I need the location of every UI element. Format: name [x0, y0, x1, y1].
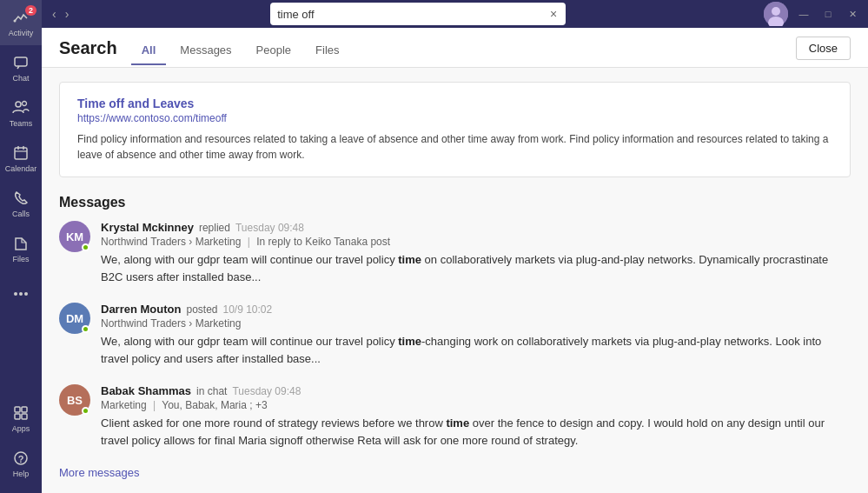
message-item: BS Babak Shammas in chat Tuesday 09:48 M…	[59, 384, 851, 449]
sidebar-item-more[interactable]	[0, 271, 42, 316]
sidebar-item-apps[interactable]: Apps	[0, 396, 42, 441]
message-body: Darren Mouton posted 10/9 10:02 Northwin…	[101, 303, 851, 367]
calls-icon	[12, 190, 30, 207]
message-text: We, along with our gdpr team will contin…	[101, 251, 851, 285]
maximize-button[interactable]: □	[819, 5, 837, 23]
svg-rect-12	[22, 407, 27, 412]
svg-point-0	[14, 19, 17, 22]
back-button[interactable]: ‹	[49, 7, 60, 21]
message-action: replied	[199, 222, 230, 234]
messages-section-title: Messages	[59, 195, 851, 210]
tab-messages[interactable]: Messages	[169, 37, 242, 65]
avatar: DM	[59, 303, 90, 334]
message-item: DM Darren Mouton posted 10/9 10:02 North…	[59, 303, 851, 367]
svg-point-8	[14, 292, 17, 296]
svg-point-2	[16, 102, 21, 107]
calendar-icon	[12, 144, 30, 162]
status-dot	[82, 407, 89, 415]
window-close-button[interactable]: ✕	[844, 5, 861, 23]
sidebar-item-files[interactable]: Files	[0, 226, 42, 271]
message-time: Tuesday 09:48	[235, 222, 304, 234]
main-content: Search All Messages People Files Close	[42, 28, 868, 493]
svg-rect-4	[15, 148, 27, 159]
svg-point-18	[772, 7, 780, 16]
message-sender-name: Babak Shammas	[101, 384, 191, 397]
message-sender-name: Darren Mouton	[101, 303, 181, 316]
more-icon	[12, 285, 30, 303]
search-content: Time off and Leaves https://www.contoso.…	[42, 68, 868, 493]
message-meta: Northwind Traders › Marketing	[101, 317, 851, 330]
message-header: Babak Shammas in chat Tuesday 09:48	[101, 384, 851, 397]
sidebar-item-teams[interactable]: Teams	[0, 90, 42, 136]
apps-label: Apps	[12, 424, 30, 433]
sidebar-item-chat[interactable]: Chat	[0, 45, 42, 90]
message-item: KM Krystal Mckinney replied Tuesday 09:4…	[59, 221, 851, 285]
svg-rect-11	[15, 407, 20, 412]
status-dot	[82, 325, 89, 333]
user-avatar[interactable]	[764, 2, 788, 26]
teams-label: Teams	[10, 119, 33, 128]
avatar: KM	[59, 221, 90, 252]
search-title-area: Search All Messages People Files	[59, 37, 350, 67]
sidebar-item-help[interactable]: ? Help	[0, 441, 42, 486]
svg-rect-14	[22, 414, 27, 419]
forward-button[interactable]: ›	[62, 7, 73, 21]
search-header: Search All Messages People Files Close	[42, 28, 868, 68]
teams-icon	[12, 99, 30, 117]
minimize-button[interactable]: —	[795, 5, 812, 23]
status-dot	[82, 243, 89, 251]
files-icon	[12, 235, 30, 252]
message-meta: Marketing | You, Babak, Maria ; +3	[101, 399, 851, 411]
search-title: Search	[59, 38, 117, 67]
top-result-url[interactable]: https://www.contoso.com/timeoff	[77, 112, 832, 124]
help-icon: ?	[12, 450, 30, 467]
sidebar-nav: 2 Activity Chat	[0, 0, 42, 316]
sidebar-item-calendar[interactable]: Calendar	[0, 136, 42, 181]
search-bar: ×	[270, 3, 566, 25]
tab-people[interactable]: People	[246, 37, 301, 65]
sidebar: 2 Activity Chat	[0, 0, 42, 493]
message-time: 10/9 10:02	[222, 303, 272, 316]
message-action: posted	[186, 303, 217, 316]
message-header: Krystal Mckinney replied Tuesday 09:48	[101, 221, 851, 234]
top-result-title[interactable]: Time off and Leaves	[77, 97, 832, 110]
svg-point-3	[23, 101, 27, 105]
top-result-desc: Find policy information and resources re…	[77, 131, 832, 163]
sidebar-bottom: Apps ? Help	[0, 396, 42, 493]
top-result-card: Time off and Leaves https://www.contoso.…	[59, 82, 851, 177]
message-text: We, along with our gdpr team will contin…	[101, 333, 851, 367]
tab-all[interactable]: All	[131, 37, 167, 65]
message-header: Darren Mouton posted 10/9 10:02	[101, 303, 851, 316]
calls-label: Calls	[12, 210, 30, 218]
tab-files[interactable]: Files	[305, 37, 349, 65]
message-meta: Northwind Traders › Marketing | In reply…	[101, 236, 851, 248]
chat-icon	[12, 54, 30, 71]
svg-rect-13	[15, 414, 20, 419]
message-time: Tuesday 09:48	[232, 385, 301, 397]
title-bar: ‹ › × — □ ✕	[42, 0, 868, 28]
svg-point-10	[24, 292, 28, 296]
calendar-label: Calendar	[5, 164, 37, 173]
more-messages-link[interactable]: More messages	[59, 466, 851, 479]
svg-text:?: ?	[18, 453, 24, 463]
message-sender-name: Krystal Mckinney	[101, 221, 194, 234]
titlebar-right: — □ ✕	[764, 2, 861, 26]
help-label: Help	[13, 470, 30, 478]
search-clear-button[interactable]: ×	[548, 7, 559, 21]
search-input[interactable]	[277, 8, 548, 21]
search-tabs: All Messages People Files	[131, 37, 350, 65]
sidebar-item-activity[interactable]: 2 Activity	[0, 0, 42, 45]
close-button[interactable]: Close	[796, 37, 851, 60]
message-action: in chat	[196, 385, 227, 397]
svg-rect-1	[15, 57, 27, 66]
sidebar-item-calls[interactable]: Calls	[0, 181, 42, 226]
message-body: Babak Shammas in chat Tuesday 09:48 Mark…	[101, 384, 851, 449]
apps-icon	[12, 404, 30, 422]
search-bar-container: ×	[72, 3, 764, 25]
message-text: Client asked for one more round of strat…	[101, 415, 851, 449]
titlebar-nav: ‹ ›	[49, 7, 72, 21]
chat-label: Chat	[12, 74, 29, 83]
svg-point-9	[19, 292, 23, 296]
files-label: Files	[12, 255, 29, 263]
activity-badge: 2	[25, 5, 36, 16]
